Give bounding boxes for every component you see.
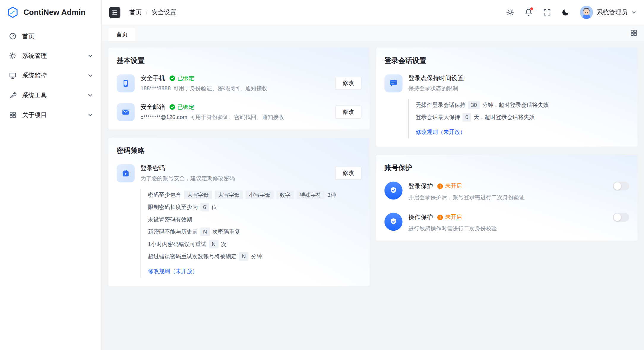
row-subtitle: 保持登录状态的限制 [408, 85, 629, 92]
app-logo[interactable]: ContiNew Admin [0, 0, 102, 25]
phone-icon [117, 74, 135, 92]
item-name: 安全邮箱 [140, 103, 165, 111]
rule-idle-timeout: 无操作登录会话保持30分钟，超时登录会话将失效 [416, 99, 629, 111]
masked-phone: 188****8888 [140, 85, 171, 92]
sidebar-item-label: 系统工具 [22, 91, 82, 99]
main-area: 首页 / 安全设置 [102, 0, 644, 350]
breadcrumb-home[interactable]: 首页 [129, 8, 142, 16]
masked-email: c********@126.com [140, 114, 187, 121]
check-circle-icon [169, 104, 175, 110]
user-menu[interactable]: 系统管理员 [580, 6, 637, 19]
not-enabled-badge: 未开启 [437, 182, 462, 190]
right-column: 登录会话设置 登录态保持时间设置 保持登录状态的限制 [376, 47, 637, 240]
warning-circle-icon [437, 183, 443, 189]
item-desc: 可用于身份验证、密码找回、通知接收 [173, 85, 267, 92]
breadcrumb: 首页 / 安全设置 [129, 8, 176, 16]
sidebar-item-label: 首页 [22, 32, 93, 40]
sidebar-item-label: 关于项目 [22, 111, 82, 119]
tab-home[interactable]: 首页 [108, 28, 135, 41]
fullscreen-icon[interactable] [543, 8, 551, 17]
tab-list-grid-icon[interactable] [630, 29, 637, 37]
item-desc: 可用于身份验证、密码找回、通知接收 [190, 114, 284, 121]
sidebar-item-about-project[interactable]: 关于项目 [3, 107, 98, 123]
chevron-down-icon [88, 92, 93, 98]
row-body: 登录保护 未开启 开启登录保护后，账号登录需进行二次身份验证 [408, 181, 629, 201]
shield-check-icon [384, 213, 403, 231]
switch-knob [614, 213, 621, 221]
bound-badge: 已绑定 [169, 103, 194, 111]
row-body: 登录态保持时间设置 保持登录状态的限制 [408, 74, 629, 92]
toggle-operation-protection[interactable] [613, 213, 629, 222]
menu-fold-icon [111, 9, 118, 16]
card-title: 登录会话设置 [384, 56, 629, 65]
item-name: 登录密码 [140, 164, 165, 172]
sidebar-item-system-management[interactable]: 系统管理 [3, 47, 98, 64]
app-title: ContiNew Admin [23, 8, 86, 17]
row-body: 操作保护 未开启 进行敏感操作时需进行二次身份校验 [408, 213, 629, 232]
value-chip: N [209, 240, 218, 248]
sidebar: ContiNew Admin 首页 系统管理 [0, 0, 102, 350]
tag: 小写字母 [246, 191, 273, 199]
dark-mode-moon-icon[interactable] [561, 8, 570, 17]
modify-rules-link[interactable]: 修改规则（未开放） [148, 265, 198, 278]
modify-email-button[interactable]: 修改 [335, 106, 362, 119]
breadcrumb-current: 安全设置 [152, 8, 176, 16]
rule-lock: 超过错误密码重试次数账号将被锁定N分钟 [148, 251, 361, 263]
operation-protection-row: 操作保护 未开启 进行敏感操作时需进行二次身份校验 [384, 213, 629, 232]
rule-expiry: 未设置密码有效期 [148, 213, 361, 226]
modify-phone-button[interactable]: 修改 [335, 77, 362, 90]
sidebar-menu: 首页 系统管理 系统监控 [0, 25, 102, 130]
row-body: 登录密码 为了您的账号安全，建议定期修改密码 [140, 164, 329, 182]
sidebar-item-label: 系统监控 [22, 72, 82, 79]
session-keep-row: 登录态保持时间设置 保持登录状态的限制 [384, 74, 629, 92]
breadcrumb-separator: / [146, 9, 148, 16]
settings-icon[interactable] [506, 8, 514, 17]
chevron-down-icon [88, 73, 93, 78]
wrench-icon [9, 91, 16, 99]
row-subtitle: 188****8888可用于身份验证、密码找回、通知接收 [140, 85, 329, 92]
security-email-row: 安全邮箱 已绑定 c********@126.com可用于身份验证、密码找回、通… [117, 103, 361, 121]
toggle-login-protection[interactable] [613, 181, 629, 190]
sidebar-item-system-monitor[interactable]: 系统监控 [3, 67, 98, 84]
modify-password-button[interactable]: 修改 [335, 167, 362, 180]
top-bar-actions: 系统管理员 [506, 6, 637, 19]
session-rules: 无操作登录会话保持30分钟，超时登录会话将失效 登录会话最大保持0天，超时登录会… [408, 99, 629, 138]
notifications-bell-icon[interactable] [524, 8, 533, 17]
value-chip: 30 [468, 101, 480, 109]
rule-retry: 1小时内密码错误可重试N次 [148, 238, 361, 250]
app-logo-icon [7, 6, 19, 18]
tag: 大写字母 [184, 191, 212, 199]
account-protection-card: 账号保护 登录保护 未开启 [376, 155, 637, 241]
row-body: 安全邮箱 已绑定 c********@126.com可用于身份验证、密码找回、通… [140, 103, 329, 121]
modify-rules-link[interactable]: 修改规则（未开放） [416, 126, 466, 138]
top-bar: 首页 / 安全设置 [102, 0, 644, 25]
login-protection-row: 登录保护 未开启 开启登录保护后，账号登录需进行二次身份验证 [384, 181, 629, 201]
value-chip: N [200, 227, 210, 236]
login-password-row: 登录密码 为了您的账号安全，建议定期修改密码 修改 [117, 164, 361, 182]
value-chip: 0 [463, 113, 471, 121]
sidebar-item-home[interactable]: 首页 [3, 28, 98, 44]
rule-length: 限制密码长度至少为6位 [148, 201, 361, 213]
badge-label: 未开启 [445, 182, 462, 190]
rule-history: 新密码不能与历史前N次密码重复 [148, 226, 361, 238]
row-subtitle: 开启登录保护后，账号登录需进行二次身份验证 [408, 194, 629, 201]
badge-label: 已绑定 [178, 103, 194, 111]
password-lock-icon [117, 164, 135, 182]
row-subtitle: 进行敏感操作时需进行二次身份校验 [408, 225, 629, 232]
content: 基本设置 安全手机 已绑定 [102, 41, 644, 350]
basic-settings-card: 基本设置 安全手机 已绑定 [108, 47, 370, 129]
sidebar-item-system-tools[interactable]: 系统工具 [3, 87, 98, 103]
apps-grid-icon [9, 111, 16, 119]
badge-label: 已绑定 [178, 75, 194, 82]
badge-label: 未开启 [445, 213, 462, 221]
collapse-sidebar-button[interactable] [109, 7, 120, 18]
tag: 特殊字符 [297, 191, 325, 199]
item-name: 安全手机 [140, 74, 165, 82]
rule-max-duration: 登录会话最大保持0天，超时登录会话将失效 [416, 111, 629, 123]
item-name: 操作保护 [408, 213, 433, 221]
tab-bar: 首页 [102, 25, 644, 41]
monitor-icon [9, 72, 16, 79]
shield-check-icon [384, 181, 403, 199]
avatar [580, 6, 593, 19]
password-rules: 密码至少包含大写字母大写字母小写字母数字特殊字符3种 限制密码长度至少为6位 未… [140, 189, 361, 278]
